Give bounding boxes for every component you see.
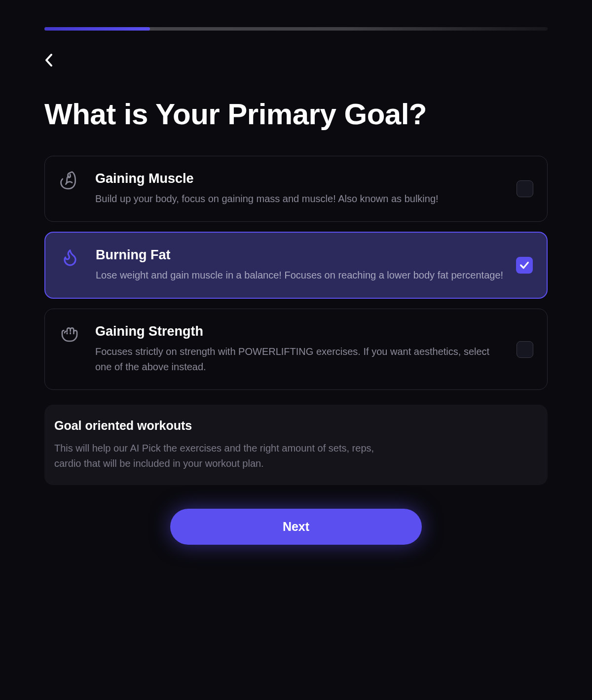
option-description: Focuses strictly on strength with POWERL… <box>95 344 507 375</box>
biceps-icon <box>59 170 80 192</box>
back-button[interactable] <box>44 50 64 70</box>
option-description: Lose weight and gain muscle in a balance… <box>96 268 506 283</box>
check-icon <box>519 260 530 271</box>
option-gaining-muscle[interactable]: Gaining Muscle Build up your body, focus… <box>44 156 548 222</box>
flame-icon <box>59 246 81 268</box>
options-list: Gaining Muscle Build up your body, focus… <box>44 156 548 390</box>
option-title: Burning Fat <box>96 247 506 263</box>
option-description: Build up your body, focus on gaining mas… <box>95 191 507 207</box>
option-checkbox-checked[interactable] <box>516 257 533 274</box>
option-title: Gaining Muscle <box>95 171 507 186</box>
option-title: Gaining Strength <box>95 324 507 339</box>
option-gaining-strength[interactable]: Gaining Strength Focuses strictly on str… <box>44 309 548 390</box>
fist-icon <box>59 323 80 345</box>
info-title: Goal oriented workouts <box>54 419 538 433</box>
option-checkbox[interactable] <box>517 341 533 358</box>
progress-fill <box>44 27 150 31</box>
progress-bar <box>44 27 548 31</box>
option-checkbox[interactable] <box>517 180 533 197</box>
next-button[interactable]: Next <box>170 509 422 545</box>
page-title: What is Your Primary Goal? <box>44 97 548 131</box>
info-description: This will help our AI Pick the exercises… <box>54 441 380 471</box>
chevron-left-icon <box>44 53 53 67</box>
info-box: Goal oriented workouts This will help ou… <box>44 405 548 485</box>
option-burning-fat[interactable]: Burning Fat Lose weight and gain muscle … <box>44 232 548 299</box>
